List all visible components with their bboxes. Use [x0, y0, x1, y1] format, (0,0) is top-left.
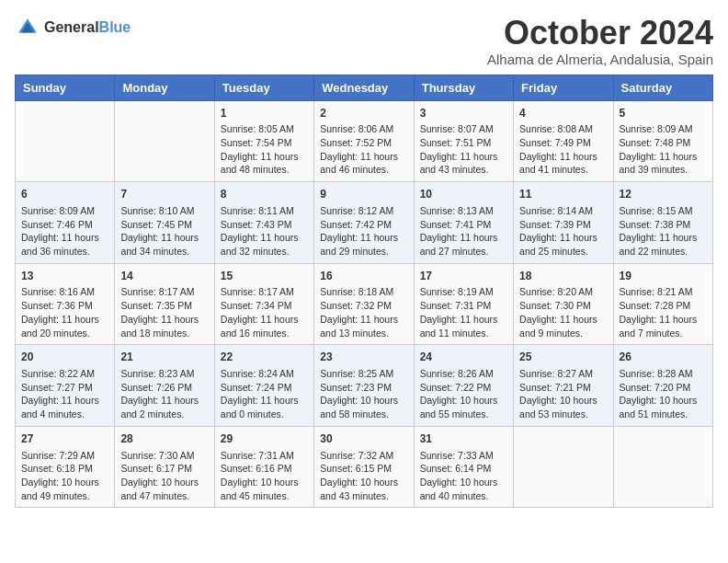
day-number: 1 — [221, 106, 308, 121]
cell-content: Sunrise: 8:21 AM Sunset: 7:28 PM Dayligh… — [620, 285, 707, 339]
calendar-cell: 16Sunrise: 8:18 AM Sunset: 7:32 PM Dayli… — [314, 263, 414, 345]
calendar-table: SundayMondayTuesdayWednesdayThursdayFrid… — [15, 75, 713, 509]
header-sunday: Sunday — [16, 75, 115, 100]
day-number: 7 — [120, 187, 208, 202]
calendar-cell — [16, 100, 115, 182]
header-friday: Friday — [514, 75, 613, 100]
day-number: 3 — [420, 106, 507, 121]
calendar-cell: 20Sunrise: 8:22 AM Sunset: 7:27 PM Dayli… — [16, 345, 115, 427]
calendar-cell — [115, 100, 214, 182]
calendar-cell: 2Sunrise: 8:06 AM Sunset: 7:52 PM Daylig… — [314, 100, 414, 182]
day-number: 16 — [320, 269, 407, 284]
calendar-cell: 13Sunrise: 8:16 AM Sunset: 7:36 PM Dayli… — [16, 263, 115, 345]
calendar-cell: 5Sunrise: 8:09 AM Sunset: 7:48 PM Daylig… — [613, 100, 712, 182]
cell-content: Sunrise: 8:10 AM Sunset: 7:45 PM Dayligh… — [120, 204, 208, 259]
cell-content: Sunrise: 8:22 AM Sunset: 7:27 PM Dayligh… — [21, 367, 108, 421]
cell-content: Sunrise: 8:23 AM Sunset: 7:26 PM Dayligh… — [120, 367, 208, 421]
calendar-cell: 11Sunrise: 8:14 AM Sunset: 7:39 PM Dayli… — [514, 182, 613, 264]
calendar-cell: 8Sunrise: 8:11 AM Sunset: 7:43 PM Daylig… — [214, 182, 313, 264]
header-saturday: Saturday — [613, 75, 712, 100]
day-number: 15 — [221, 269, 308, 284]
cell-content: Sunrise: 7:33 AM Sunset: 6:14 PM Dayligh… — [420, 449, 507, 503]
calendar-cell: 27Sunrise: 7:29 AM Sunset: 6:18 PM Dayli… — [16, 426, 115, 508]
day-number: 12 — [620, 187, 707, 202]
calendar-cell: 12Sunrise: 8:15 AM Sunset: 7:38 PM Dayli… — [613, 182, 712, 264]
header-wednesday: Wednesday — [314, 75, 414, 100]
day-number: 5 — [620, 106, 707, 121]
cell-content: Sunrise: 7:30 AM Sunset: 6:17 PM Dayligh… — [120, 449, 208, 503]
header-thursday: Thursday — [414, 75, 513, 100]
calendar-cell: 3Sunrise: 8:07 AM Sunset: 7:51 PM Daylig… — [414, 100, 513, 182]
cell-content: Sunrise: 7:32 AM Sunset: 6:15 PM Dayligh… — [320, 449, 407, 503]
calendar-cell: 26Sunrise: 8:28 AM Sunset: 7:20 PM Dayli… — [613, 345, 712, 427]
week-row-3: 13Sunrise: 8:16 AM Sunset: 7:36 PM Dayli… — [16, 263, 713, 345]
logo-text: GeneralBlue — [44, 19, 131, 36]
day-number: 22 — [221, 350, 308, 365]
calendar-cell: 15Sunrise: 8:17 AM Sunset: 7:34 PM Dayli… — [214, 263, 313, 345]
calendar-cell: 9Sunrise: 8:12 AM Sunset: 7:42 PM Daylig… — [314, 182, 414, 264]
cell-content: Sunrise: 8:25 AM Sunset: 7:23 PM Dayligh… — [320, 367, 407, 421]
week-row-1: 1Sunrise: 8:05 AM Sunset: 7:54 PM Daylig… — [16, 100, 713, 182]
cell-content: Sunrise: 8:20 AM Sunset: 7:30 PM Dayligh… — [519, 285, 607, 339]
cell-content: Sunrise: 8:24 AM Sunset: 7:24 PM Dayligh… — [221, 367, 308, 421]
day-number: 4 — [519, 106, 607, 121]
calendar-cell: 25Sunrise: 8:27 AM Sunset: 7:21 PM Dayli… — [514, 345, 613, 427]
day-number: 10 — [420, 187, 507, 202]
day-number: 21 — [120, 350, 208, 365]
calendar-cell: 29Sunrise: 7:31 AM Sunset: 6:16 PM Dayli… — [214, 426, 313, 508]
header-tuesday: Tuesday — [214, 75, 313, 100]
cell-content: Sunrise: 8:07 AM Sunset: 7:51 PM Dayligh… — [420, 122, 507, 177]
calendar-cell: 24Sunrise: 8:26 AM Sunset: 7:22 PM Dayli… — [414, 345, 513, 427]
calendar-cell — [613, 426, 712, 508]
calendar-cell: 30Sunrise: 7:32 AM Sunset: 6:15 PM Dayli… — [314, 426, 414, 508]
day-number: 19 — [620, 269, 707, 284]
cell-content: Sunrise: 7:29 AM Sunset: 6:18 PM Dayligh… — [21, 449, 108, 503]
calendar-cell: 23Sunrise: 8:25 AM Sunset: 7:23 PM Dayli… — [314, 345, 414, 427]
calendar-cell: 10Sunrise: 8:13 AM Sunset: 7:41 PM Dayli… — [414, 182, 513, 264]
day-number: 27 — [21, 431, 108, 447]
cell-content: Sunrise: 8:15 AM Sunset: 7:38 PM Dayligh… — [620, 204, 707, 259]
header-monday: Monday — [115, 75, 214, 100]
day-number: 29 — [221, 431, 308, 447]
day-number: 14 — [120, 269, 208, 284]
cell-content: Sunrise: 8:17 AM Sunset: 7:34 PM Dayligh… — [221, 285, 308, 339]
cell-content: Sunrise: 8:26 AM Sunset: 7:22 PM Dayligh… — [420, 367, 507, 421]
calendar-cell: 7Sunrise: 8:10 AM Sunset: 7:45 PM Daylig… — [115, 182, 214, 264]
calendar-cell: 1Sunrise: 8:05 AM Sunset: 7:54 PM Daylig… — [214, 100, 313, 182]
calendar-cell: 31Sunrise: 7:33 AM Sunset: 6:14 PM Dayli… — [414, 426, 513, 508]
cell-content: Sunrise: 8:12 AM Sunset: 7:42 PM Dayligh… — [320, 204, 407, 259]
day-number: 8 — [221, 187, 308, 202]
calendar-cell: 18Sunrise: 8:20 AM Sunset: 7:30 PM Dayli… — [514, 263, 613, 345]
week-row-4: 20Sunrise: 8:22 AM Sunset: 7:27 PM Dayli… — [16, 345, 713, 427]
subtitle: Alhama de Almeria, Andalusia, Spain — [487, 52, 713, 67]
calendar-cell: 14Sunrise: 8:17 AM Sunset: 7:35 PM Dayli… — [115, 263, 214, 345]
cell-content: Sunrise: 8:09 AM Sunset: 7:46 PM Dayligh… — [21, 204, 108, 259]
cell-content: Sunrise: 8:18 AM Sunset: 7:32 PM Dayligh… — [320, 285, 407, 339]
calendar-cell: 22Sunrise: 8:24 AM Sunset: 7:24 PM Dayli… — [214, 345, 313, 427]
cell-content: Sunrise: 8:28 AM Sunset: 7:20 PM Dayligh… — [620, 367, 707, 421]
day-number: 30 — [320, 431, 407, 447]
day-number: 28 — [120, 431, 208, 447]
day-number: 20 — [21, 350, 108, 365]
calendar-cell: 19Sunrise: 8:21 AM Sunset: 7:28 PM Dayli… — [613, 263, 712, 345]
day-number: 13 — [21, 269, 108, 284]
day-number: 26 — [620, 350, 707, 365]
day-number: 11 — [519, 187, 607, 202]
cell-content: Sunrise: 7:31 AM Sunset: 6:16 PM Dayligh… — [221, 449, 308, 503]
cell-content: Sunrise: 8:13 AM Sunset: 7:41 PM Dayligh… — [420, 204, 507, 259]
cell-content: Sunrise: 8:16 AM Sunset: 7:36 PM Dayligh… — [21, 285, 108, 339]
calendar-cell: 17Sunrise: 8:19 AM Sunset: 7:31 PM Dayli… — [414, 263, 513, 345]
day-number: 6 — [21, 187, 108, 202]
cell-content: Sunrise: 8:19 AM Sunset: 7:31 PM Dayligh… — [420, 285, 507, 339]
calendar-cell: 4Sunrise: 8:08 AM Sunset: 7:49 PM Daylig… — [514, 100, 613, 182]
day-number: 2 — [320, 106, 407, 121]
month-title: October 2024 — [487, 15, 713, 52]
calendar-header-row: SundayMondayTuesdayWednesdayThursdayFrid… — [16, 75, 713, 100]
day-number: 25 — [519, 350, 607, 365]
cell-content: Sunrise: 8:06 AM Sunset: 7:52 PM Dayligh… — [320, 122, 407, 177]
calendar-cell — [514, 426, 613, 508]
logo-icon — [15, 15, 40, 40]
cell-content: Sunrise: 8:09 AM Sunset: 7:48 PM Dayligh… — [620, 122, 707, 177]
day-number: 31 — [420, 431, 507, 447]
cell-content: Sunrise: 8:08 AM Sunset: 7:49 PM Dayligh… — [519, 122, 607, 177]
